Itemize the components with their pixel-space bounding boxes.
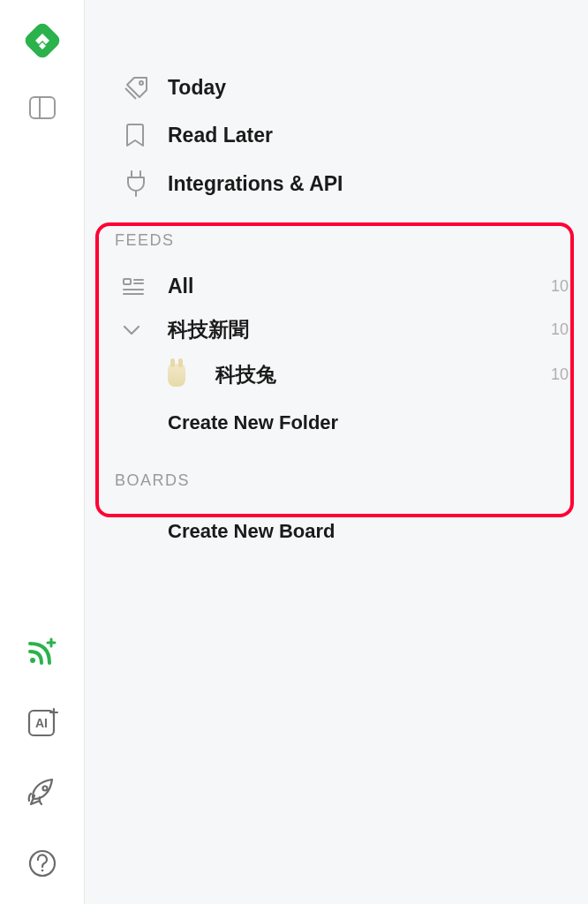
boards-section-header: BOARDS [85, 448, 588, 506]
rocket-icon[interactable] [23, 773, 62, 812]
left-rail: AI [0, 0, 85, 904]
rail-top-group [23, 21, 62, 127]
feedly-logo[interactable] [23, 21, 62, 60]
tag-icon [115, 74, 168, 101]
plug-icon [115, 170, 168, 198]
svg-point-9 [42, 787, 47, 791]
feed-favicon [168, 364, 215, 387]
all-feeds-icon [115, 277, 168, 297]
svg-point-11 [41, 870, 43, 872]
nav-read-later[interactable]: Read Later [85, 111, 588, 159]
feed-source-label: 科技兔 [215, 361, 551, 388]
feed-source[interactable]: 科技兔 10 [85, 352, 588, 397]
svg-rect-16 [124, 279, 131, 284]
feeds-all-label: All [168, 275, 551, 298]
feeds-folder[interactable]: 科技新聞 10 [85, 307, 588, 352]
feeds-all[interactable]: All 10 [85, 266, 588, 307]
main-panel: Today Read Later Integrations & API FEED… [85, 0, 588, 904]
svg-rect-1 [30, 97, 55, 118]
svg-text:AI: AI [35, 716, 48, 730]
ai-icon[interactable]: AI [23, 703, 62, 742]
feed-source-count: 10 [551, 365, 569, 384]
chevron-down-icon [115, 324, 168, 336]
nav-integrations[interactable]: Integrations & API [85, 159, 588, 208]
feeds-section-header: FEEDS [85, 208, 588, 266]
help-icon[interactable] [23, 844, 62, 883]
add-feed-icon[interactable] [23, 632, 62, 671]
sidebar-toggle-icon[interactable] [23, 88, 62, 127]
bookmark-icon [115, 122, 168, 148]
nav-today[interactable]: Today [85, 64, 588, 111]
feeds-folder-count: 10 [551, 320, 569, 339]
nav-today-label: Today [168, 76, 226, 100]
feeds-all-count: 10 [551, 277, 569, 296]
rail-bottom-group: AI [23, 632, 62, 883]
create-new-board[interactable]: Create New Board [85, 506, 588, 557]
nav-integrations-label: Integrations & API [168, 172, 343, 196]
feeds-folder-label: 科技新聞 [168, 316, 551, 343]
svg-point-12 [139, 81, 143, 85]
nav-read-later-label: Read Later [168, 124, 273, 147]
create-new-folder[interactable]: Create New Folder [85, 397, 588, 448]
